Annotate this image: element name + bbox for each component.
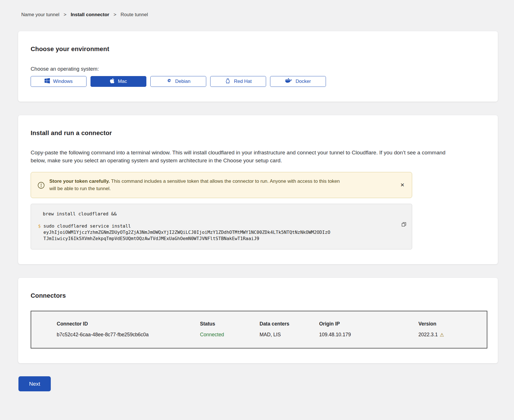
origin-ip-cell: 109.48.10.179: [319, 332, 418, 338]
code-line-brew: brew install cloudflared &&: [38, 211, 386, 217]
os-button-mac[interactable]: Mac: [90, 76, 146, 87]
breadcrumb-step-route-tunnel[interactable]: Route tunnel: [121, 12, 148, 18]
breadcrumb-separator: >: [64, 12, 66, 18]
choose-environment-card: Choose your environment Choose an operat…: [18, 31, 498, 102]
shell-prompt: $: [38, 223, 41, 242]
code-line-sudo: sudo cloudflared service install: [43, 223, 332, 229]
col-header-origin-ip: Origin IP: [319, 321, 418, 327]
status-badge: Connected: [200, 332, 260, 338]
breadcrumb: Name your tunnel > Install connector > R…: [21, 12, 498, 18]
os-button-label: Mac: [118, 79, 127, 84]
data-centers-cell: MAD, LIS: [260, 332, 319, 338]
connectors-table: Connector ID Status Data centers Origin …: [31, 311, 487, 348]
connectors-title: Connectors: [31, 292, 485, 299]
os-button-group: Windows Mac Debian Red Hat: [31, 76, 485, 87]
code-token: eyJhIjoiOWM1YjczYzhmZGNmZDUyOTg2ZjA3NmJm…: [43, 229, 332, 242]
breadcrumb-step-install-connector[interactable]: Install connector: [71, 12, 109, 18]
version-value: 2022.3.1: [418, 332, 438, 338]
os-button-docker[interactable]: Docker: [270, 76, 326, 87]
debian-swirl-icon: [166, 78, 172, 85]
os-button-debian[interactable]: Debian: [150, 76, 206, 87]
tunnel-setup-page: Name your tunnel > Install connector > R…: [0, 0, 514, 408]
code-command-row: $ sudo cloudflared service install eyJhI…: [38, 223, 386, 242]
os-button-label: Debian: [175, 79, 191, 84]
col-header-data-centers: Data centers: [260, 321, 319, 327]
connectors-card: Connectors Connector ID Status Data cent…: [18, 278, 498, 363]
connector-id-cell: b7c52c42-6caa-48ee-8c77-fbe259cb6c0a: [31, 332, 200, 338]
copy-icon[interactable]: [400, 220, 408, 229]
token-warning-text: Store your token carefully. This command…: [49, 178, 342, 192]
os-button-label: Windows: [53, 79, 73, 84]
warning-triangle-icon: ⚠: [440, 332, 444, 338]
breadcrumb-step-name-tunnel[interactable]: Name your tunnel: [21, 12, 59, 18]
apple-icon: [110, 78, 115, 85]
table-row: b7c52c42-6caa-48ee-8c77-fbe259cb6c0a Con…: [31, 332, 487, 338]
breadcrumb-separator: >: [113, 12, 116, 18]
windows-icon: [45, 78, 50, 85]
connectors-table-header: Connector ID Status Data centers Origin …: [31, 321, 487, 327]
version-cell: 2022.3.1 ⚠: [418, 332, 487, 338]
alert-circle-icon: [37, 182, 45, 190]
choose-environment-title: Choose your environment: [31, 45, 485, 53]
next-button[interactable]: Next: [18, 376, 51, 391]
token-warning-bold: Store your token carefully.: [49, 178, 110, 184]
tux-penguin-icon: [225, 78, 231, 85]
token-warning-banner: Store your token carefully. This command…: [31, 172, 412, 198]
install-command-code-block: brew install cloudflared && $ sudo cloud…: [31, 204, 412, 249]
os-button-label: Red Hat: [234, 79, 252, 84]
col-header-version: Version: [418, 321, 487, 327]
install-connector-description: Copy-paste the following command into a …: [31, 149, 456, 165]
os-button-windows[interactable]: Windows: [31, 76, 87, 87]
os-select-label: Choose an operating system:: [31, 66, 485, 72]
docker-whale-icon: [285, 78, 292, 85]
os-button-redhat[interactable]: Red Hat: [210, 76, 266, 87]
install-connector-card: Install and run a connector Copy-paste t…: [18, 115, 498, 264]
col-header-connector-id: Connector ID: [31, 321, 200, 327]
os-button-label: Docker: [296, 79, 311, 84]
close-icon[interactable]: ✕: [399, 181, 406, 189]
col-header-status: Status: [200, 321, 260, 327]
install-connector-title: Install and run a connector: [31, 129, 485, 137]
